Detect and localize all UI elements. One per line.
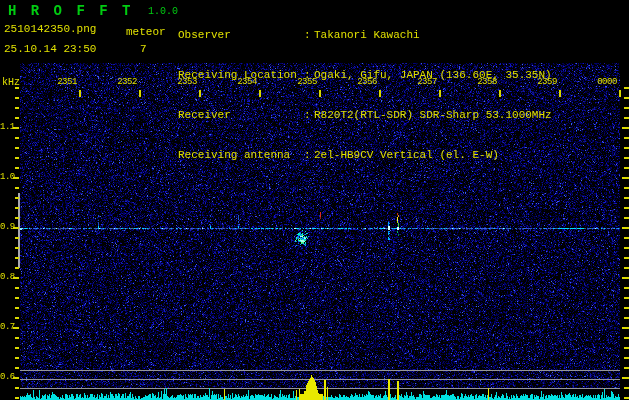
- time-tick-label: 2353: [163, 77, 211, 87]
- time-tick-label: 2359: [523, 77, 571, 87]
- info-separator: :: [304, 109, 314, 122]
- freq-tick-label: 0.7: [0, 322, 14, 332]
- info-label: Receiving antenna: [178, 149, 304, 162]
- freq-axis-unit: kHz: [2, 77, 20, 88]
- time-tick-label: 2357: [403, 77, 451, 87]
- time-tick-label: 2355: [283, 77, 331, 87]
- hrofft-window: H R O F F T 1.0.0 2510142350.png meteor …: [0, 0, 629, 400]
- freq-tick-label: 1.0: [0, 172, 14, 182]
- time-tick-label: 2356: [343, 77, 391, 87]
- echo-count: 7: [140, 43, 147, 55]
- app-version: 1.0.0: [148, 6, 178, 17]
- app-title: H R O F F T: [8, 3, 133, 19]
- time-tick-label: 2358: [463, 77, 511, 87]
- freq-tick-label: 1.1: [0, 122, 14, 132]
- info-row: Receiver:R820T2(RTL-SDR) SDR-Sharp 53.10…: [178, 109, 552, 122]
- info-label: Receiver: [178, 109, 304, 122]
- time-tick-label: 2352: [103, 77, 151, 87]
- time-tick-label: 2354: [223, 77, 271, 87]
- info-value: R820T2(RTL-SDR) SDR-Sharp 53.1000MHz: [314, 109, 552, 121]
- info-row: Observer:Takanori Kawachi: [178, 29, 552, 42]
- observer-info-block: Observer:Takanori Kawachi Receiving Loca…: [178, 2, 552, 190]
- time-tick-label: 2351: [43, 77, 91, 87]
- freq-tick-label: 0.8: [0, 272, 14, 282]
- info-row: Receiving antenna:2el-HB9CV Vertical (el…: [178, 149, 552, 162]
- observation-datetime: 25.10.14 23:50: [4, 43, 96, 55]
- info-value: 2el-HB9CV Vertical (el. E-W): [314, 149, 499, 161]
- info-label: Observer: [178, 29, 304, 42]
- observation-mode: meteor: [126, 26, 166, 38]
- time-tick-label: 0000: [583, 77, 629, 87]
- info-value: Takanori Kawachi: [314, 29, 420, 41]
- freq-tick-label: 0.6: [0, 372, 14, 382]
- freq-tick-label: 0.9: [0, 222, 14, 232]
- info-separator: :: [304, 29, 314, 42]
- info-separator: :: [304, 149, 314, 162]
- output-file-name: 2510142350.png: [4, 23, 96, 35]
